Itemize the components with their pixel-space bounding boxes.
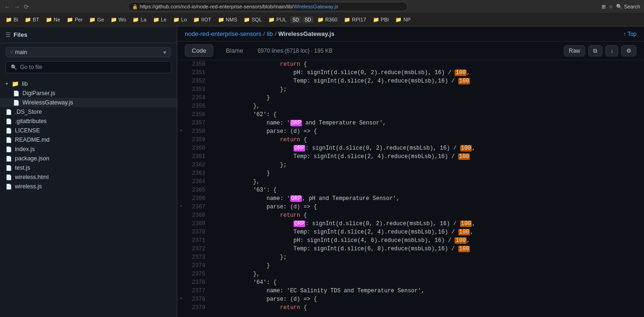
bookmark-item[interactable]: 📁 BT [22,16,42,24]
fold-icon [177,253,185,262]
grid-icon[interactable]: ⊞ [602,4,606,10]
line-number: 2351 [185,69,213,77]
back-button[interactable]: ← [4,3,11,10]
tree-item-gitattributes[interactable]: 📄 .gitattributes [0,117,177,126]
bookmark-item[interactable]: SD [290,16,301,23]
bookmark-item[interactable]: 📁 NP [392,16,413,24]
tree-item-wireless-html[interactable]: 📄 wireless.html [0,172,177,182]
bookmark-item[interactable]: 📁 Le [150,16,169,24]
table-row: 2377 name: 'EC Salinity TDS and Temperat… [177,287,644,295]
address-bar[interactable]: 🔒 https://github.com/ncd-io/node-red-ent… [128,2,408,11]
search-button[interactable]: 🔍 Search [616,4,640,10]
branch-selector[interactable]: ⑂ main ▼ [6,47,171,57]
tree-item-wirelessgateway[interactable]: 📄 WirelessGateway.js [0,98,177,107]
raw-button[interactable]: Raw [564,45,585,56]
line-number: 2355 [185,102,213,110]
fold-icon [177,152,185,161]
tree-item-lib[interactable]: ▾ 📁 lib [0,79,177,89]
tab-blame[interactable]: Blame [219,44,250,57]
file-icon: 📄 [13,90,20,96]
fold-icon [177,110,185,119]
download-button[interactable]: ↓ [605,45,618,56]
tab-code[interactable]: Code [185,44,213,57]
fold-icon[interactable]: ▾ [177,203,185,211]
tree-label: .DS_Store [15,109,42,115]
line-number: 2363 [185,169,213,178]
tree-item-wireless-js[interactable]: 📄 wireless.js [0,182,177,191]
tree-item-ds-store[interactable]: 📄 .DS_Store [0,107,177,117]
table-row: 2354 } [177,94,644,102]
tree-item-digiparser[interactable]: 📄 DigiParser.js [0,89,177,98]
fold-icon[interactable]: ▾ [177,127,185,136]
bookmark-item[interactable]: 📁 Ne [43,16,63,24]
fold-icon[interactable]: ▾ [177,295,185,303]
tree-item-readme[interactable]: 📄 README.md [0,135,177,145]
forward-button[interactable]: → [13,3,21,10]
breadcrumb-sep: / [263,30,265,37]
file-icon: 📄 [6,184,12,190]
fold-icon [177,228,185,236]
tree-item-test[interactable]: 📄 test.js [0,163,177,172]
bookmark-item[interactable]: 📁 Per [64,16,85,24]
sidebar: ☰ Files ⑂ main ▼ 🔍 Go to file ▾ 📁 lib 📄 … [0,27,177,317]
line-number: 2367 [185,203,213,211]
tree-label: test.js [15,165,30,171]
browser-right: ⊞ ☆ 🔍 Search [602,4,640,10]
line-number: 2361 [185,152,213,161]
go-to-file-button[interactable]: 🔍 Go to file [6,61,171,73]
top-link[interactable]: ↑ Top [623,31,637,37]
line-number: 2353 [185,85,213,94]
fold-icon [177,278,185,287]
file-icon: 📄 [6,174,12,180]
settings-button[interactable]: ⚙ [621,45,637,56]
bookmark-item[interactable]: 📁 Ge [86,16,107,24]
line-content: } [213,262,644,270]
bookmark-item[interactable]: 📁 R360 [315,16,340,24]
line-content: '63': { [213,186,644,194]
chevron-icon: ▾ [6,81,8,86]
fold-icon [177,169,185,178]
file-icon: 📄 [6,146,12,152]
bookmark-item[interactable]: SD [302,16,314,23]
copy-button[interactable]: ⧉ [588,45,602,56]
table-row: 2359 return { [177,136,644,144]
file-icon: 📄 [6,156,12,162]
table-row: 2366 name: 'ORP, pH and Temperature Sens… [177,194,644,203]
line-content: Temp: signInt(d.slice(2, 4).reduce(msbLs… [213,228,644,236]
breadcrumb-repo-link[interactable]: node-red-enterprise-sensors [185,30,261,37]
search-label: Search [624,4,640,9]
line-number: 2356 [185,110,213,119]
line-number: 2354 [185,94,213,102]
bookmark-item[interactable]: 📁 Wo [108,16,129,24]
table-row: 2372 Temp: signInt(d.slice(6, 8).reduce(… [177,245,644,253]
bookmark-item[interactable]: 📁 SQL [241,16,265,24]
line-number: 2375 [185,270,213,278]
refresh-button[interactable]: ⟳ [22,3,30,10]
bookmark-item[interactable]: 📁 Lo [170,16,189,24]
table-row: ▾2367 parse: (d) => { [177,203,644,211]
tree-item-package[interactable]: 📄 package.json [0,154,177,163]
bookmark-item[interactable]: 📁 NMS [215,16,240,24]
table-row: 2350 return { [177,60,644,69]
bookmark-item[interactable]: 📁 PBI [370,16,392,24]
tree-label: WirelessGateway.js [22,99,73,106]
line-number: 2350 [185,60,213,69]
code-view[interactable]: 2350 return {2351 pH: signInt(d.slice(0,… [177,60,644,317]
tree-item-license[interactable]: 📄 LICENSE [0,126,177,135]
bookmark-item[interactable]: 📁 PUL [266,16,289,24]
bookmark-item[interactable]: 📁 La [130,16,149,24]
line-content: Temp: signInt(d.slice(2, 4).reduce(msbLs… [213,77,644,85]
bookmark-item[interactable]: 📁 IIOT [190,16,214,24]
bookmark-item[interactable]: 📁 Bi [3,16,21,24]
tree-item-index[interactable]: 📄 index.js [0,145,177,154]
tree-label: wireless.js [15,183,42,190]
table-row: 2363 } [177,169,644,178]
breadcrumb-lib-link[interactable]: lib [267,30,273,37]
bookmark-item[interactable]: 📁 RPI17 [341,16,369,24]
branch-name: main [15,49,161,55]
table-row: 2365 '63': { [177,186,644,194]
star-icon[interactable]: ☆ [609,4,613,10]
line-content: return { [213,211,644,220]
line-number: 2374 [185,262,213,270]
table-row: 2376 '64': { [177,278,644,287]
